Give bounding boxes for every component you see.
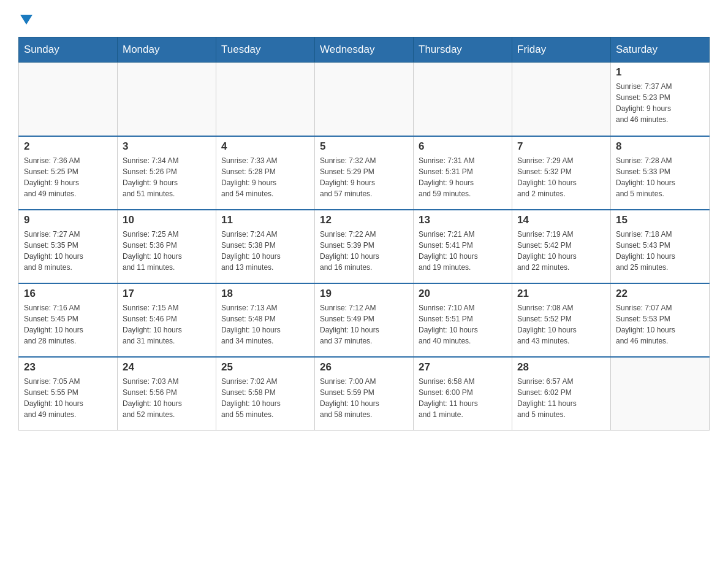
day-info: Sunrise: 7:13 AM Sunset: 5:48 PM Dayligh…: [221, 302, 309, 347]
calendar-day-cell: 7Sunrise: 7:29 AM Sunset: 5:32 PM Daylig…: [512, 136, 611, 210]
day-number: 5: [320, 140, 408, 153]
day-info: Sunrise: 7:22 AM Sunset: 5:39 PM Dayligh…: [320, 229, 408, 273]
day-info: Sunrise: 7:07 AM Sunset: 5:53 PM Dayligh…: [616, 302, 704, 347]
day-number: 4: [221, 140, 309, 153]
day-number: 3: [123, 140, 211, 153]
day-info: Sunrise: 7:12 AM Sunset: 5:49 PM Dayligh…: [320, 302, 408, 347]
calendar-week-row: 2Sunrise: 7:36 AM Sunset: 5:25 PM Daylig…: [19, 136, 710, 210]
day-number: 22: [616, 288, 704, 300]
calendar-week-row: 23Sunrise: 7:05 AM Sunset: 5:55 PM Dayli…: [19, 357, 710, 431]
day-number: 27: [419, 361, 507, 373]
calendar-day-cell: 25Sunrise: 7:02 AM Sunset: 5:58 PM Dayli…: [216, 357, 315, 431]
day-info: Sunrise: 7:18 AM Sunset: 5:43 PM Dayligh…: [616, 229, 704, 273]
day-number: 18: [221, 288, 309, 300]
day-of-week-header: Thursday: [414, 37, 512, 63]
day-number: 9: [24, 214, 112, 226]
calendar-day-cell: [414, 63, 512, 136]
calendar-day-cell: 15Sunrise: 7:18 AM Sunset: 5:43 PM Dayli…: [611, 210, 710, 283]
calendar-day-cell: 20Sunrise: 7:10 AM Sunset: 5:51 PM Dayli…: [414, 283, 512, 357]
day-number: 7: [517, 140, 605, 153]
calendar-week-row: 9Sunrise: 7:27 AM Sunset: 5:35 PM Daylig…: [19, 210, 710, 283]
day-info: Sunrise: 7:03 AM Sunset: 5:56 PM Dayligh…: [123, 376, 211, 420]
day-info: Sunrise: 7:05 AM Sunset: 5:55 PM Dayligh…: [24, 376, 112, 420]
day-number: 28: [517, 361, 605, 373]
day-number: 23: [24, 361, 112, 373]
day-number: 11: [221, 214, 309, 226]
calendar-day-cell: 19Sunrise: 7:12 AM Sunset: 5:49 PM Dayli…: [315, 283, 414, 357]
calendar-day-cell: 18Sunrise: 7:13 AM Sunset: 5:48 PM Dayli…: [216, 283, 315, 357]
day-info: Sunrise: 7:29 AM Sunset: 5:32 PM Dayligh…: [517, 155, 605, 199]
day-info: Sunrise: 7:36 AM Sunset: 5:25 PM Dayligh…: [24, 155, 112, 199]
day-number: 26: [320, 361, 408, 373]
calendar-day-cell: 12Sunrise: 7:22 AM Sunset: 5:39 PM Dayli…: [315, 210, 414, 283]
day-info: Sunrise: 7:24 AM Sunset: 5:38 PM Dayligh…: [221, 229, 309, 273]
day-number: 14: [517, 214, 605, 226]
calendar-day-cell: 11Sunrise: 7:24 AM Sunset: 5:38 PM Dayli…: [216, 210, 315, 283]
day-info: Sunrise: 7:37 AM Sunset: 5:23 PM Dayligh…: [616, 81, 704, 125]
calendar-day-cell: 28Sunrise: 6:57 AM Sunset: 6:02 PM Dayli…: [512, 357, 611, 431]
day-info: Sunrise: 7:16 AM Sunset: 5:45 PM Dayligh…: [24, 302, 112, 347]
day-info: Sunrise: 7:10 AM Sunset: 5:51 PM Dayligh…: [419, 302, 507, 347]
day-number: 21: [517, 288, 605, 300]
calendar-day-cell: 23Sunrise: 7:05 AM Sunset: 5:55 PM Dayli…: [19, 357, 118, 431]
day-info: Sunrise: 7:02 AM Sunset: 5:58 PM Dayligh…: [221, 376, 309, 420]
day-of-week-header: Saturday: [611, 37, 710, 63]
calendar-day-cell: [512, 63, 611, 136]
calendar-day-cell: 17Sunrise: 7:15 AM Sunset: 5:46 PM Dayli…: [118, 283, 216, 357]
calendar-day-cell: 6Sunrise: 7:31 AM Sunset: 5:31 PM Daylig…: [414, 136, 512, 210]
calendar-day-cell: 4Sunrise: 7:33 AM Sunset: 5:28 PM Daylig…: [216, 136, 315, 210]
calendar-day-cell: 2Sunrise: 7:36 AM Sunset: 5:25 PM Daylig…: [19, 136, 118, 210]
day-of-week-header: Wednesday: [315, 37, 414, 63]
day-number: 19: [320, 288, 408, 300]
day-info: Sunrise: 7:34 AM Sunset: 5:26 PM Dayligh…: [123, 155, 211, 199]
logo: [18, 12, 32, 25]
calendar-day-cell: 21Sunrise: 7:08 AM Sunset: 5:52 PM Dayli…: [512, 283, 611, 357]
day-info: Sunrise: 7:33 AM Sunset: 5:28 PM Dayligh…: [221, 155, 309, 199]
calendar-day-cell: 8Sunrise: 7:28 AM Sunset: 5:33 PM Daylig…: [611, 136, 710, 210]
day-number: 13: [419, 214, 507, 226]
calendar-day-cell: 9Sunrise: 7:27 AM Sunset: 5:35 PM Daylig…: [19, 210, 118, 283]
day-number: 10: [123, 214, 211, 226]
day-of-week-header: Sunday: [19, 37, 118, 63]
calendar-week-row: 1Sunrise: 7:37 AM Sunset: 5:23 PM Daylig…: [19, 63, 710, 136]
day-of-week-header: Tuesday: [216, 37, 315, 63]
day-info: Sunrise: 7:15 AM Sunset: 5:46 PM Dayligh…: [123, 302, 211, 347]
calendar-day-cell: 13Sunrise: 7:21 AM Sunset: 5:41 PM Dayli…: [414, 210, 512, 283]
day-info: Sunrise: 7:27 AM Sunset: 5:35 PM Dayligh…: [24, 229, 112, 273]
calendar-header-row: SundayMondayTuesdayWednesdayThursdayFrid…: [19, 37, 710, 63]
calendar-day-cell: 5Sunrise: 7:32 AM Sunset: 5:29 PM Daylig…: [315, 136, 414, 210]
calendar-day-cell: [216, 63, 315, 136]
day-info: Sunrise: 7:32 AM Sunset: 5:29 PM Dayligh…: [320, 155, 408, 199]
day-number: 6: [419, 140, 507, 153]
day-of-week-header: Monday: [118, 37, 216, 63]
calendar-day-cell: 1Sunrise: 7:37 AM Sunset: 5:23 PM Daylig…: [611, 63, 710, 136]
day-info: Sunrise: 7:21 AM Sunset: 5:41 PM Dayligh…: [419, 229, 507, 273]
calendar-day-cell: 16Sunrise: 7:16 AM Sunset: 5:45 PM Dayli…: [19, 283, 118, 357]
calendar-day-cell: 22Sunrise: 7:07 AM Sunset: 5:53 PM Dayli…: [611, 283, 710, 357]
calendar-day-cell: 3Sunrise: 7:34 AM Sunset: 5:26 PM Daylig…: [118, 136, 216, 210]
day-info: Sunrise: 7:19 AM Sunset: 5:42 PM Dayligh…: [517, 229, 605, 273]
day-of-week-header: Friday: [512, 37, 611, 63]
day-number: 17: [123, 288, 211, 300]
day-number: 2: [24, 140, 112, 153]
calendar-week-row: 16Sunrise: 7:16 AM Sunset: 5:45 PM Dayli…: [19, 283, 710, 357]
calendar-day-cell: 10Sunrise: 7:25 AM Sunset: 5:36 PM Dayli…: [118, 210, 216, 283]
day-info: Sunrise: 7:28 AM Sunset: 5:33 PM Dayligh…: [616, 155, 704, 199]
day-number: 12: [320, 214, 408, 226]
day-info: Sunrise: 7:25 AM Sunset: 5:36 PM Dayligh…: [123, 229, 211, 273]
calendar-day-cell: 27Sunrise: 6:58 AM Sunset: 6:00 PM Dayli…: [414, 357, 512, 431]
calendar-day-cell: 24Sunrise: 7:03 AM Sunset: 5:56 PM Dayli…: [118, 357, 216, 431]
day-info: Sunrise: 7:00 AM Sunset: 5:59 PM Dayligh…: [320, 376, 408, 420]
day-info: Sunrise: 7:08 AM Sunset: 5:52 PM Dayligh…: [517, 302, 605, 347]
calendar-day-cell: [315, 63, 414, 136]
day-number: 8: [616, 140, 704, 153]
day-info: Sunrise: 7:31 AM Sunset: 5:31 PM Dayligh…: [419, 155, 507, 199]
day-number: 20: [419, 288, 507, 300]
calendar-day-cell: 14Sunrise: 7:19 AM Sunset: 5:42 PM Dayli…: [512, 210, 611, 283]
calendar-day-cell: 26Sunrise: 7:00 AM Sunset: 5:59 PM Dayli…: [315, 357, 414, 431]
day-number: 24: [123, 361, 211, 373]
day-number: 16: [24, 288, 112, 300]
calendar-day-cell: [19, 63, 118, 136]
page-header: [18, 12, 710, 25]
day-info: Sunrise: 6:57 AM Sunset: 6:02 PM Dayligh…: [517, 376, 605, 420]
